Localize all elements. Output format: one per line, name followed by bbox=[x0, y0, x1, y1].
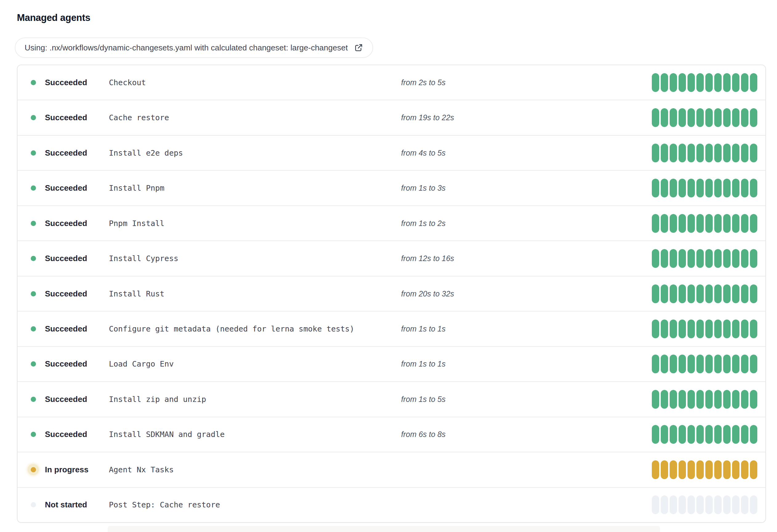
progress-segment bbox=[723, 179, 731, 197]
status-dot bbox=[28, 394, 39, 405]
agent-row[interactable]: Succeeded Checkout from 2s to 5s bbox=[17, 65, 765, 100]
progress-segment bbox=[714, 319, 722, 338]
progress-segment bbox=[687, 319, 695, 338]
duration-range: from 2s to 5s bbox=[401, 78, 652, 87]
agent-row[interactable]: Succeeded Install Pnpm from 1s to 3s bbox=[17, 170, 765, 205]
progress-segment bbox=[714, 179, 722, 197]
progress-segment bbox=[750, 73, 757, 92]
status-cell: Succeeded bbox=[28, 218, 109, 229]
status-dot bbox=[28, 77, 39, 88]
duration-range: from 1s to 5s bbox=[401, 395, 652, 404]
status-label: Succeeded bbox=[45, 395, 87, 404]
progress-bar bbox=[652, 284, 757, 303]
progress-segment bbox=[705, 284, 713, 303]
partially-visible-section bbox=[108, 526, 660, 532]
progress-segment bbox=[652, 390, 659, 409]
progress-bar bbox=[652, 355, 757, 373]
agent-row[interactable]: Succeeded Install Rust from 20s to 32s bbox=[17, 276, 765, 311]
status-label: Succeeded bbox=[45, 113, 87, 122]
progress-segment bbox=[714, 214, 722, 233]
progress-segment bbox=[652, 495, 659, 514]
progress-segment bbox=[732, 284, 740, 303]
progress-bar bbox=[652, 73, 757, 92]
progress-segment bbox=[670, 460, 677, 479]
progress-segment bbox=[714, 284, 722, 303]
agent-row[interactable]: In progress Agent Nx Tasks bbox=[17, 452, 765, 487]
progress-segment bbox=[732, 425, 740, 444]
progress-segment bbox=[750, 214, 757, 233]
progress-segment bbox=[661, 355, 668, 373]
progress-segment bbox=[741, 355, 748, 373]
progress-segment bbox=[714, 425, 722, 444]
progress-segment bbox=[723, 144, 731, 162]
progress-bar bbox=[652, 214, 757, 233]
status-cell: Succeeded bbox=[28, 77, 109, 88]
progress-segment bbox=[652, 284, 659, 303]
progress-segment bbox=[696, 108, 704, 127]
progress-bar bbox=[652, 144, 757, 162]
progress-segment bbox=[652, 460, 659, 479]
status-dot bbox=[28, 147, 39, 158]
progress-segment bbox=[741, 179, 748, 197]
progress-segment bbox=[652, 179, 659, 197]
status-label: Succeeded bbox=[45, 359, 87, 369]
duration-range: from 1s to 2s bbox=[401, 219, 652, 228]
agent-row[interactable]: Succeeded Pnpm Install from 1s to 2s bbox=[17, 206, 765, 241]
agent-row[interactable]: Succeeded Install e2e deps from 4s to 5s bbox=[17, 135, 765, 170]
progress-segment bbox=[732, 179, 740, 197]
progress-segment bbox=[741, 390, 748, 409]
progress-segment bbox=[696, 495, 704, 514]
progress-segment bbox=[705, 249, 713, 268]
step-name: Cache restore bbox=[109, 113, 401, 122]
progress-segment bbox=[652, 319, 659, 338]
progress-segment bbox=[696, 355, 704, 373]
duration-range: from 19s to 22s bbox=[401, 113, 652, 122]
status-cell: Succeeded bbox=[28, 288, 109, 299]
step-name: Load Cargo Env bbox=[109, 360, 401, 368]
status-dot bbox=[28, 499, 39, 511]
status-cell: Succeeded bbox=[28, 147, 109, 158]
status-dot bbox=[28, 288, 39, 299]
step-name: Install zip and unzip bbox=[109, 395, 401, 404]
agent-row[interactable]: Succeeded Load Cargo Env from 1s to 1s bbox=[17, 346, 765, 381]
agent-row[interactable]: Succeeded Install zip and unzip from 1s … bbox=[17, 381, 765, 416]
progress-segment bbox=[696, 144, 704, 162]
progress-segment bbox=[732, 249, 740, 268]
progress-segment bbox=[670, 355, 677, 373]
progress-segment bbox=[705, 390, 713, 409]
progress-segment bbox=[723, 284, 731, 303]
progress-segment bbox=[750, 460, 757, 479]
progress-segment bbox=[661, 249, 668, 268]
progress-bar bbox=[652, 179, 757, 197]
progress-segment bbox=[732, 144, 740, 162]
step-name: Agent Nx Tasks bbox=[109, 465, 401, 474]
progress-segment bbox=[687, 108, 695, 127]
progress-segment bbox=[696, 179, 704, 197]
duration-range: from 6s to 8s bbox=[401, 430, 652, 439]
external-link-icon[interactable] bbox=[354, 43, 363, 52]
status-label: Succeeded bbox=[45, 219, 87, 228]
agent-row[interactable]: Succeeded Install Cypress from 12s to 16… bbox=[17, 241, 765, 276]
progress-segment bbox=[705, 425, 713, 444]
duration-range: from 12s to 16s bbox=[401, 254, 652, 263]
progress-segment bbox=[714, 249, 722, 268]
agent-row[interactable]: Succeeded Cache restore from 19s to 22s bbox=[17, 100, 765, 135]
progress-segment bbox=[741, 73, 748, 92]
status-label: Succeeded bbox=[45, 324, 87, 334]
duration-range: from 1s to 1s bbox=[401, 360, 652, 368]
status-dot bbox=[28, 218, 39, 229]
progress-segment bbox=[732, 460, 740, 479]
agent-row[interactable]: Not started Post Step: Cache restore bbox=[17, 487, 765, 522]
duration-range: from 4s to 5s bbox=[401, 148, 652, 157]
agent-row[interactable]: Succeeded Install SDKMAN and gradle from… bbox=[17, 417, 765, 452]
progress-segment bbox=[714, 144, 722, 162]
progress-bar bbox=[652, 425, 757, 444]
progress-segment bbox=[741, 108, 748, 127]
workflow-badge[interactable]: Using: .nx/workflows/dynamic-changesets.… bbox=[15, 37, 373, 58]
progress-segment bbox=[741, 495, 748, 514]
progress-segment bbox=[687, 460, 695, 479]
progress-segment bbox=[679, 355, 686, 373]
progress-segment bbox=[687, 214, 695, 233]
progress-segment bbox=[696, 460, 704, 479]
agent-row[interactable]: Succeeded Configure git metadata (needed… bbox=[17, 311, 765, 346]
